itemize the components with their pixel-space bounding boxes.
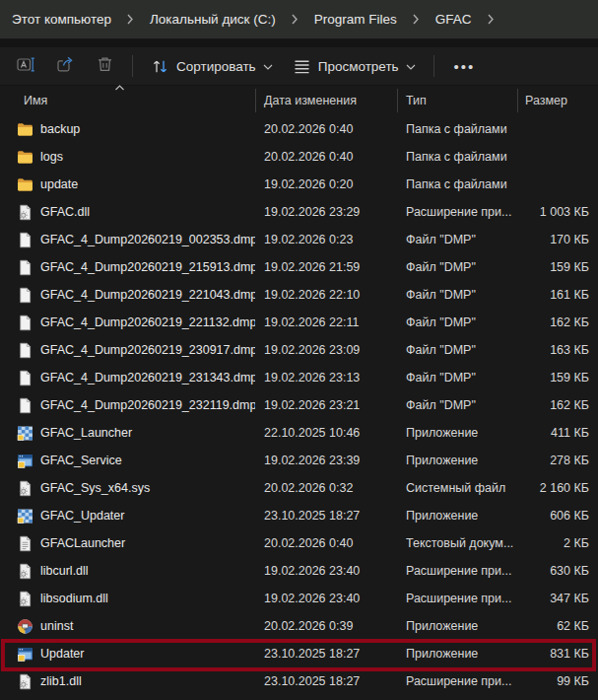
file-type: Расширение при... (397, 592, 517, 605)
file-size: 161 КБ (517, 288, 598, 302)
file-row[interactable]: Updater 23.10.2025 18:27 Приложение 831 … (0, 640, 598, 667)
file-size: 2 160 КБ (517, 481, 598, 495)
file-row[interactable]: backup 20.02.2026 0:40 Папка с файлами (0, 115, 598, 143)
file-size: 606 КБ (517, 509, 598, 523)
file-row[interactable]: GFAC_4_Dump20260219_221043.dmp 19.02.202… (0, 281, 598, 309)
breadcrumb-chevron-icon[interactable] (480, 13, 502, 26)
file-date: 20.02.2026 0:32 (255, 481, 397, 495)
column-header-name[interactable]: Имя (0, 94, 255, 107)
file-size: 630 КБ (517, 564, 598, 578)
file-type: Папка с файлами (397, 122, 517, 136)
file-row[interactable]: libcurl.dll 19.02.2026 23:40 Расширение … (0, 557, 598, 585)
file-date: 19.02.2026 23:09 (255, 343, 397, 357)
file-type: Файл "DMP" (397, 398, 517, 412)
delete-button[interactable] (85, 51, 124, 81)
file-row[interactable]: GFAC_4_Dump20260219_215913.dmp 19.02.202… (0, 253, 598, 281)
trash-icon (96, 55, 114, 78)
file-row[interactable]: GFAC_4_Dump20260219_231343.dmp 19.02.202… (0, 364, 598, 391)
file-name: GFAC_4_Dump20260219_232119.dmp (40, 398, 255, 412)
file-type: Файл "DMP" (397, 288, 517, 302)
more-button[interactable]: ••• (442, 58, 488, 75)
file-type: Приложение (397, 647, 517, 661)
file-row[interactable]: GFACLauncher 20.02.2026 0:40 Текстовый д… (0, 529, 598, 557)
file-row[interactable]: libsodium.dll 19.02.2026 23:40 Расширени… (0, 585, 598, 612)
file-size: 411 КБ (517, 426, 598, 440)
file-date: 19.02.2026 21:59 (255, 260, 397, 274)
file-date: 19.02.2026 22:11 (255, 315, 397, 329)
column-header-date[interactable]: Дата изменения (255, 94, 397, 107)
dmp-icon (17, 370, 33, 386)
column-headers: Имя Дата изменения Тип Размер (0, 86, 598, 115)
breadcrumb-chevron-icon[interactable] (119, 13, 142, 26)
file-date: 19.02.2026 23:40 (255, 592, 397, 605)
command-bar: Сортировать Просмотреть ••• (0, 47, 598, 86)
column-separator[interactable] (517, 89, 518, 112)
file-name: GFAC_Service (40, 454, 122, 467)
file-name: zlib1.dll (40, 674, 82, 688)
file-date: 19.02.2026 23:39 (255, 454, 397, 467)
file-size: 159 КБ (517, 371, 598, 385)
folder-icon (17, 176, 33, 193)
file-type: Файл "DMP" (397, 315, 517, 329)
file-type: Приложение (397, 619, 517, 633)
file-type: Расширение при... (397, 205, 517, 219)
dmp-icon (17, 287, 33, 304)
view-button[interactable]: Просмотреть (283, 51, 426, 81)
folder-icon (17, 121, 33, 138)
file-row[interactable]: GFAC_4_Dump20260219_232119.dmp 19.02.202… (0, 391, 598, 419)
breadcrumb-item-gfac[interactable]: GFAC (428, 7, 480, 32)
breadcrumb-item-this-pc[interactable]: Этот компьютер (10, 7, 119, 32)
file-name: GFAC_4_Dump20260219_221132.dmp (40, 315, 255, 329)
file-size: 62 КБ (517, 619, 598, 633)
column-header-size[interactable]: Размер (517, 94, 598, 107)
file-name: GFAC_4_Dump20260219_215913.dmp (40, 260, 255, 274)
file-date: 20.02.2026 0:40 (255, 536, 397, 550)
sort-label: Сортировать (176, 59, 256, 74)
rename-button[interactable] (6, 51, 45, 81)
file-date: 23.10.2025 18:27 (255, 509, 397, 523)
breadcrumb-item-local-disk-c[interactable]: Локальный диск (C:) (142, 7, 284, 32)
file-row[interactable]: update 19.02.2026 0:20 Папка с файлами (0, 171, 598, 198)
file-name: backup (40, 122, 80, 136)
dll-icon (17, 480, 33, 497)
dmp-icon (17, 232, 33, 248)
file-list: backup 20.02.2026 0:40 Папка с файлами l… (0, 115, 598, 695)
file-row[interactable]: uninst 20.02.2026 0:39 Приложение 62 КБ (0, 612, 598, 640)
dll-icon (17, 563, 33, 580)
column-header-type[interactable]: Тип (397, 94, 517, 107)
file-row[interactable]: GFAC_Service 19.02.2026 23:39 Приложение… (0, 447, 598, 474)
file-date: 22.10.2025 10:46 (255, 426, 397, 440)
column-separator[interactable] (397, 89, 398, 112)
file-type: Системный файл (397, 481, 517, 495)
file-type: Папка с файлами (397, 150, 517, 164)
file-date: 23.10.2025 18:27 (255, 674, 397, 688)
file-row[interactable]: GFAC_Updater 23.10.2025 18:27 Приложение… (0, 502, 598, 529)
sort-button[interactable]: Сортировать (141, 51, 283, 81)
file-date: 19.02.2026 22:10 (255, 288, 397, 302)
breadcrumb-item-program-files[interactable]: Program Files (306, 7, 405, 32)
file-row[interactable]: GFAC_Sys_x64.sys 20.02.2026 0:32 Системн… (0, 474, 598, 502)
share-button[interactable] (45, 51, 85, 81)
file-row[interactable]: GFAC_Launcher 22.10.2025 10:46 Приложени… (0, 419, 598, 447)
app-window-icon (17, 453, 33, 469)
column-separator[interactable] (255, 89, 256, 112)
file-name: GFAC_Sys_x64.sys (40, 481, 150, 495)
share-icon (56, 55, 75, 78)
file-row[interactable]: GFAC_4_Dump20260219_002353.dmp 19.02.202… (0, 226, 598, 253)
file-type: Приложение (397, 509, 517, 523)
sort-icon (151, 57, 169, 76)
breadcrumb-chevron-icon[interactable] (405, 13, 428, 26)
file-name: GFAC_4_Dump20260219_002353.dmp (40, 233, 255, 246)
file-row[interactable]: GFAC.dll 19.02.2026 23:29 Расширение при… (0, 198, 598, 226)
file-size: 162 КБ (517, 315, 598, 329)
dll-icon (17, 591, 33, 607)
file-row[interactable]: GFAC_4_Dump20260219_230917.dmp 19.02.202… (0, 336, 598, 364)
breadcrumb-chevron-icon[interactable] (284, 13, 306, 26)
file-row[interactable]: zlib1.dll 23.10.2025 18:27 Расширение пр… (0, 667, 598, 695)
view-icon (293, 57, 311, 76)
dll-icon (17, 673, 33, 690)
file-name: GFACLauncher (40, 536, 125, 550)
file-row[interactable]: GFAC_4_Dump20260219_221132.dmp 19.02.202… (0, 309, 598, 336)
app-grid-icon (17, 508, 33, 525)
file-row[interactable]: logs 20.02.2026 0:40 Папка с файлами (0, 143, 598, 171)
